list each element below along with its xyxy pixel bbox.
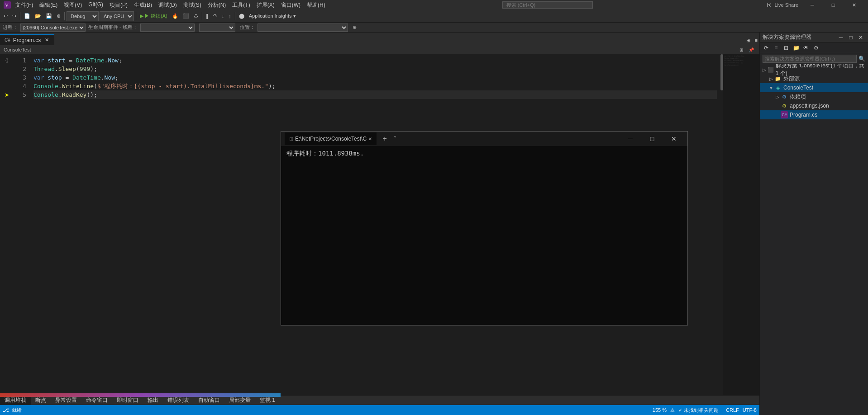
thread-select[interactable] <box>199 24 235 32</box>
redo-btn[interactable]: ↪ <box>10 11 18 21</box>
save-btn[interactable]: 💾 <box>44 11 54 21</box>
panel-close-btn[interactable]: ✕ <box>856 33 865 42</box>
menu-file[interactable]: 文件(F) <box>13 1 36 9</box>
code-line-4: Console.WriteLine($"程序耗时：{(stop - start)… <box>33 82 717 90</box>
filter-btn[interactable]: ≡ <box>772 44 781 52</box>
expand-icon-solution[interactable]: ▷ <box>762 67 767 72</box>
panel-float-btn[interactable]: □ <box>846 33 855 42</box>
settings-btn[interactable]: ⚙ <box>811 44 820 52</box>
preview-btn[interactable]: 👁 <box>801 44 811 52</box>
breakpoint-btn[interactable]: ⬤ <box>237 11 246 21</box>
sep3 <box>136 12 136 20</box>
expand-icon-deps[interactable]: ▷ <box>774 94 781 99</box>
tab-menu-btn[interactable]: ≡ <box>753 35 759 45</box>
menu-extend[interactable]: 扩展(X) <box>254 1 277 9</box>
search-icon: 🔍 <box>858 56 865 62</box>
lifecycle-select[interactable] <box>140 24 195 32</box>
console-dropdown-btn[interactable]: ˅ <box>394 136 396 142</box>
console-minimize-btn[interactable]: ─ <box>620 132 640 146</box>
tree-item-program-cs[interactable]: C# Program.cs <box>760 110 868 119</box>
hot-reload-btn[interactable]: 🔥 <box>170 11 180 21</box>
menu-debug[interactable]: 调试(D) <box>156 1 180 9</box>
location-select[interactable] <box>258 24 348 32</box>
debug-bar: 进程： [20660] ConsoleTest.exe 生命周期事件 - 线程：… <box>0 23 868 33</box>
sync-btn[interactable]: ⟳ <box>762 44 771 52</box>
platform-dropdown[interactable]: Any CPU x64 x86 <box>100 11 134 21</box>
line-num-1: 1 <box>14 56 26 65</box>
live-share-btn[interactable]: Live Share <box>774 2 798 8</box>
undo-btn[interactable]: ↩ <box>2 11 10 21</box>
config-dropdown[interactable]: Debug Release <box>67 11 99 21</box>
console-add-tab[interactable]: + <box>379 133 390 144</box>
r-button[interactable]: R <box>767 2 771 8</box>
git-icon: ⎇ <box>3 407 9 413</box>
open-btn[interactable]: 📂 <box>33 11 43 21</box>
menu-edit[interactable]: 编辑(E) <box>37 1 60 9</box>
solution-search-input[interactable] <box>763 55 857 63</box>
tree-item-project[interactable]: ▼ ◈ ConsoleTest <box>760 83 868 92</box>
vertical-scrollbar[interactable] <box>717 54 723 395</box>
line-num-4: 4 <box>14 82 26 90</box>
show-files-btn[interactable]: 📁 <box>792 44 801 52</box>
location-label: 位置： <box>240 24 255 31</box>
status-bar: ⎇ 就绪 155 % ⚠ ✓ 未找到相关问题 CRLF UTF-8 <box>0 405 759 415</box>
maximize-button[interactable]: □ <box>823 0 844 10</box>
tab-close-btn[interactable]: ✕ <box>43 37 50 43</box>
console-close-btn[interactable]: ✕ <box>664 132 684 146</box>
minimap: var start = DateTime.Now; Thread.Sleep(9… <box>723 54 759 395</box>
console-maximize-btn[interactable]: □ <box>642 132 662 146</box>
menu-analyze[interactable]: 分析(N) <box>205 1 229 9</box>
title-bar-right: R Live Share <box>767 2 798 8</box>
title-search-area <box>328 1 767 9</box>
sep2 <box>64 12 65 20</box>
menu-project[interactable]: 项目(P) <box>107 1 130 9</box>
start-btn[interactable]: ▶ ▶ 继续(A) <box>138 11 169 21</box>
expand-icon-external[interactable]: ▷ <box>768 76 774 81</box>
step-into-btn[interactable]: ↓ <box>220 11 226 21</box>
console-output-text: 程序耗时：1011.8938ms. <box>286 150 364 157</box>
status-text: 就绪 <box>12 407 22 414</box>
gutter-row-1: {} <box>0 56 14 65</box>
menu-git[interactable]: Git(G) <box>86 1 106 9</box>
external-label: 外部源 <box>783 75 800 83</box>
crlf-indicator: CRLF <box>726 407 739 413</box>
program-cs-tab[interactable]: C# Program.cs ✕ <box>0 34 54 45</box>
menu-build[interactable]: 生成(B) <box>131 1 155 9</box>
app-insights-btn[interactable]: Application Insights ▾ <box>247 11 298 21</box>
console-tab-close[interactable]: ✕ <box>368 137 372 141</box>
tree-item-appsettings[interactable]: ⚙ appsettings.json <box>760 101 868 110</box>
step-over-btn[interactable]: ↷ <box>211 11 219 21</box>
svg-text:V: V <box>5 2 9 8</box>
tree-item-deps[interactable]: ▷ ⚙ 依赖项 <box>760 92 868 101</box>
stop-btn[interactable]: ⬛ <box>181 11 191 21</box>
menu-window[interactable]: 窗口(W) <box>278 1 303 9</box>
console-tab[interactable]: ⊞ E:\NetProjects\ConsoleTest\C ✕ <box>285 132 377 145</box>
menu-tools[interactable]: 工具(T) <box>229 1 253 9</box>
save-all-btn[interactable]: ⊛ <box>55 11 62 21</box>
step-out-btn[interactable]: ↑ <box>227 11 233 21</box>
menu-view[interactable]: 视图(V) <box>61 1 85 9</box>
tab-expand-btn[interactable]: ⊞ <box>744 35 752 45</box>
close-button[interactable]: ✕ <box>844 0 864 10</box>
tree-item-solution[interactable]: ▷ ⬛ 解决方案 'ConsoleTest'(1 个项目，共 1 个) <box>760 65 868 74</box>
collapse-btn[interactable]: ⊟ <box>782 44 791 52</box>
console-tab-title: E:\NetProjects\ConsoleTest\C <box>295 136 367 142</box>
appsettings-label: appsettings.json <box>790 103 829 109</box>
console-title-bar: ⊞ E:\NetProjects\ConsoleTest\C ✕ + ˅ ─ □… <box>281 132 687 146</box>
menu-help[interactable]: 帮助(H) <box>304 1 328 9</box>
code-line-3: var stop = DateTime.Now; <box>33 73 717 82</box>
code-line-2: Thread.Sleep(999); <box>33 65 717 73</box>
new-btn[interactable]: 📄 <box>22 11 32 21</box>
panel-minimize-btn[interactable]: ─ <box>836 33 845 42</box>
pin-btn[interactable]: 📌 <box>747 45 756 55</box>
pause-btn[interactable]: ‖ <box>204 11 210 21</box>
split-btn[interactable]: ⊞ <box>738 45 745 55</box>
expand-icon-project[interactable]: ▼ <box>768 85 774 90</box>
process-select[interactable]: [20660] ConsoleTest.exe <box>20 24 86 32</box>
title-search-input[interactable] <box>502 1 593 9</box>
minimap-content: var start = DateTime.Now; Thread.Sleep(9… <box>723 54 759 67</box>
minimize-button[interactable]: ─ <box>802 0 823 10</box>
expand-icon[interactable]: ⊕ <box>353 24 357 30</box>
restart-btn[interactable]: ♺ <box>192 11 200 21</box>
menu-test[interactable]: 测试(S) <box>181 1 204 9</box>
